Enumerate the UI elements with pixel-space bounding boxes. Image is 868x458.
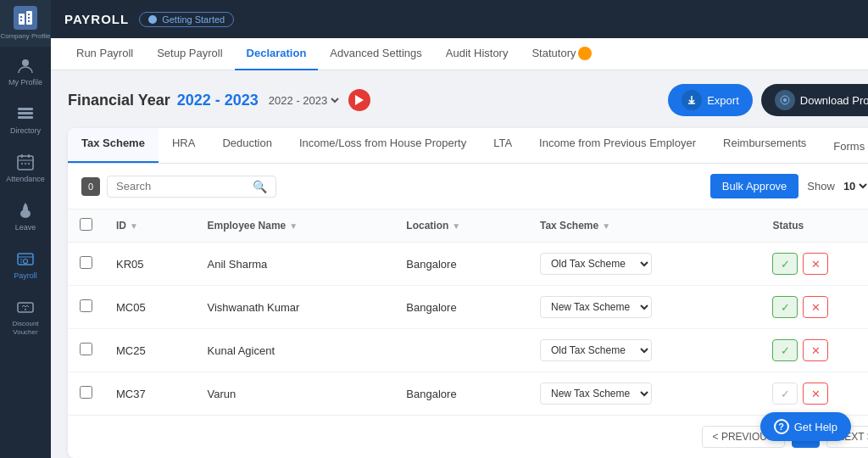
pagination: < PREVIOUS 1 NEXT > bbox=[68, 415, 868, 458]
sidebar-item-my-profile[interactable]: My Profile bbox=[0, 47, 51, 95]
sub-tabs: Tax Scheme HRA Deduction Income/Loss fro… bbox=[68, 128, 868, 164]
sidebar-item-attendance[interactable]: Attendance bbox=[0, 143, 51, 192]
svg-point-15 bbox=[21, 163, 23, 165]
search-input[interactable] bbox=[116, 180, 248, 193]
tab-statutory[interactable]: Statutory bbox=[520, 38, 604, 70]
svg-point-7 bbox=[22, 59, 29, 66]
right-controls: Bulk Approve Show 10 25 50 ▼ bbox=[710, 174, 868, 198]
sub-tab-income-loss[interactable]: Income/Loss from House Property bbox=[286, 128, 480, 163]
row-tax-scheme: Old Tax Scheme New Tax Scheme bbox=[528, 372, 760, 416]
row-checkbox-2[interactable] bbox=[80, 343, 92, 355]
row-checkbox-cell bbox=[68, 372, 104, 416]
row-checkbox-3[interactable] bbox=[80, 386, 92, 399]
sidebar-item-leave[interactable]: Leave bbox=[0, 192, 51, 240]
sidebar-item-payroll[interactable]: Payroll bbox=[0, 240, 51, 288]
header-actions: Export Download Proofs bbox=[668, 84, 868, 116]
getting-started-button[interactable]: Getting Started bbox=[139, 12, 234, 27]
export-button[interactable]: Export bbox=[668, 84, 753, 116]
tax-scheme-dropdown-0[interactable]: Old Tax Scheme New Tax Scheme bbox=[540, 253, 652, 275]
status-cell: ✓ ✕ bbox=[772, 383, 868, 405]
attendance-icon bbox=[15, 152, 36, 172]
id-filter-icon[interactable]: ▼ bbox=[130, 221, 138, 231]
svg-rect-2 bbox=[20, 16, 22, 18]
approve-checkmark-3: ✓ bbox=[781, 388, 790, 400]
show-label: Show bbox=[807, 180, 835, 193]
tab-audit-history[interactable]: Audit History bbox=[434, 38, 520, 70]
help-icon: ? bbox=[774, 419, 789, 434]
select-all-checkbox[interactable] bbox=[80, 218, 92, 231]
count-badge: 0 bbox=[81, 177, 100, 196]
approve-button-1[interactable]: ✓ bbox=[772, 296, 798, 318]
col-employee-name: Employee Name ▼ bbox=[196, 209, 395, 243]
row-checkbox-0[interactable] bbox=[80, 256, 92, 269]
tax-scheme-dropdown-3[interactable]: Old Tax Scheme New Tax Scheme bbox=[540, 383, 652, 405]
sub-tab-hra[interactable]: HRA bbox=[159, 128, 209, 163]
svg-rect-9 bbox=[18, 112, 33, 114]
row-location bbox=[394, 329, 528, 372]
table-row: MC05 Vishwanath Kumar Bangalore Old Tax … bbox=[68, 286, 868, 329]
row-status: ✓ ✕ bbox=[760, 329, 868, 372]
approve-checkmark-1: ✓ bbox=[781, 301, 790, 314]
svg-rect-5 bbox=[28, 17, 30, 19]
sub-tab-forms[interactable]: Forms bbox=[820, 128, 868, 163]
financial-year-value: 2022 - 2023 bbox=[177, 92, 259, 109]
col-location: Location ▼ bbox=[394, 209, 528, 243]
svg-rect-8 bbox=[18, 108, 33, 110]
play-button[interactable] bbox=[348, 89, 370, 111]
financial-year-select[interactable]: 2022 - 2023 2021 - 2022 2023 - 2024 bbox=[265, 93, 342, 108]
name-filter-icon[interactable]: ▼ bbox=[289, 221, 298, 231]
download-icon bbox=[775, 90, 795, 110]
reject-x-2: ✕ bbox=[811, 344, 821, 357]
row-checkbox-cell bbox=[68, 243, 104, 286]
sub-tab-deduction[interactable]: Deduction bbox=[209, 128, 286, 163]
sub-tab-tax-scheme[interactable]: Tax Scheme bbox=[68, 128, 159, 163]
tab-run-payroll[interactable]: Run Payroll bbox=[64, 38, 145, 70]
getting-started-label: Getting Started bbox=[162, 14, 225, 25]
approve-button-0[interactable]: ✓ bbox=[772, 253, 798, 275]
main-content: PAYROLL Getting Started Run Payroll Setu… bbox=[51, 0, 868, 458]
statutory-badge bbox=[578, 47, 592, 60]
col-tax-scheme: Tax Scheme ▼ bbox=[528, 209, 760, 243]
download-proofs-button[interactable]: Download Proofs bbox=[761, 84, 868, 116]
payroll-icon bbox=[15, 249, 36, 269]
row-status: ✓ ✕ bbox=[760, 372, 868, 416]
sidebar-item-discount-voucher[interactable]: Discount Voucher bbox=[0, 288, 51, 344]
row-checkbox-1[interactable] bbox=[80, 299, 92, 312]
help-label: Get Help bbox=[794, 421, 837, 433]
export-icon bbox=[682, 90, 702, 110]
show-select[interactable]: 10 25 50 bbox=[840, 179, 868, 193]
sub-tab-reimbursements[interactable]: Reimbursements bbox=[709, 128, 820, 163]
financial-year-label: Financial Year bbox=[68, 92, 170, 109]
approve-button-2[interactable]: ✓ bbox=[772, 339, 798, 361]
bulk-approve-label: Bulk Approve bbox=[722, 180, 787, 193]
my-profile-icon bbox=[15, 55, 36, 75]
reject-button-1[interactable]: ✕ bbox=[803, 296, 828, 318]
bulk-approve-button[interactable]: Bulk Approve bbox=[710, 174, 799, 198]
get-help-button[interactable]: ? Get Help bbox=[760, 412, 851, 441]
sub-tab-lta[interactable]: LTA bbox=[480, 128, 526, 163]
row-status: ✓ ✕ bbox=[760, 286, 868, 329]
sidebar-item-directory[interactable]: Directory bbox=[0, 95, 51, 143]
row-employee-name: Anil Sharma bbox=[196, 243, 395, 286]
sub-tab-income-from-employer[interactable]: Income from Previous Employer bbox=[526, 128, 709, 163]
svg-point-21 bbox=[24, 260, 28, 264]
attendance-label: Attendance bbox=[6, 175, 45, 183]
svg-point-17 bbox=[28, 163, 30, 165]
reject-button-2[interactable]: ✕ bbox=[803, 339, 828, 361]
tax-scheme-filter-icon[interactable]: ▼ bbox=[602, 221, 610, 231]
tab-setup-payroll[interactable]: Setup Payroll bbox=[145, 38, 234, 70]
svg-rect-10 bbox=[18, 116, 33, 119]
tab-advanced-settings[interactable]: Advanced Settings bbox=[318, 38, 433, 70]
tab-declaration[interactable]: Declaration bbox=[235, 38, 319, 70]
reject-button-0[interactable]: ✕ bbox=[803, 253, 828, 275]
reject-button-3[interactable]: ✕ bbox=[803, 383, 828, 405]
row-id: MC37 bbox=[104, 372, 196, 416]
discount-voucher-label: Discount Voucher bbox=[0, 320, 51, 336]
row-location: Bangalore bbox=[394, 243, 528, 286]
company-profile-nav[interactable]: Company Profile bbox=[0, 0, 51, 47]
search-box: 🔍 bbox=[107, 176, 276, 198]
tax-scheme-dropdown-1[interactable]: Old Tax Scheme New Tax Scheme bbox=[540, 296, 652, 318]
tax-scheme-dropdown-2[interactable]: Old Tax Scheme New Tax Scheme bbox=[540, 339, 652, 361]
location-filter-icon[interactable]: ▼ bbox=[452, 221, 460, 231]
approve-button-3[interactable]: ✓ bbox=[772, 383, 798, 405]
